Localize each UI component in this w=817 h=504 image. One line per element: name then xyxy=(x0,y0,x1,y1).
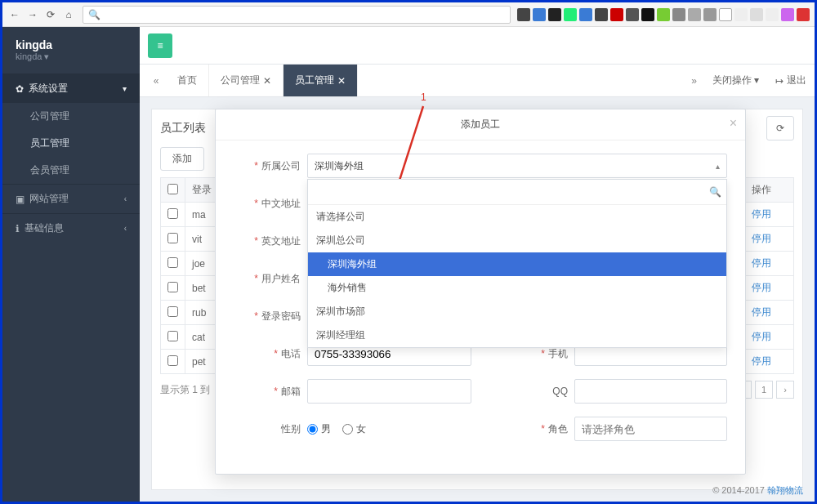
reload-button[interactable]: ⟳ xyxy=(43,7,58,22)
back-button[interactable]: ← xyxy=(7,7,22,22)
sidebar: kingda kingda ▾ ✿ 系统设置 ▾ 公司管理 员工管理 会员管理 … xyxy=(2,27,140,502)
modal-title: 添加员工 xyxy=(461,118,500,130)
logout-icon: ↦ xyxy=(775,75,784,87)
ext-icon[interactable] xyxy=(797,8,810,21)
ext-icon[interactable] xyxy=(517,8,530,21)
sidebar-section-system[interactable]: ✿ 系统设置 ▾ xyxy=(2,74,140,103)
add-employee-modal: 添加员工 × 所属公司 深圳海外组 ▴ 🔍 请选择公司 xyxy=(215,109,746,475)
close-icon[interactable]: × xyxy=(730,116,737,131)
row-checkbox[interactable] xyxy=(167,233,178,243)
disable-link[interactable]: 停用 xyxy=(752,331,771,342)
select-all-checkbox[interactable] xyxy=(167,184,178,194)
ext-icon[interactable] xyxy=(703,8,717,21)
disable-link[interactable]: 停用 xyxy=(752,257,771,269)
dropdown-option[interactable]: 深圳总公司 xyxy=(308,229,726,252)
ext-icon[interactable] xyxy=(781,8,794,21)
ext-icon[interactable] xyxy=(595,8,608,21)
sidebar-section-website[interactable]: ▣ 网站管理 ‹ xyxy=(2,184,140,213)
ext-icon[interactable] xyxy=(688,8,701,21)
sidebar-item-company[interactable]: 公司管理 xyxy=(2,103,140,130)
label-email: 邮箱 xyxy=(281,386,301,397)
modal-header: 添加员工 × xyxy=(216,109,745,140)
role-select[interactable] xyxy=(574,417,727,441)
ext-icon[interactable] xyxy=(548,8,561,21)
dropdown-option[interactable]: 海外销售 xyxy=(308,276,726,300)
row-checkbox[interactable] xyxy=(167,355,178,366)
panel-title: 员工列表 xyxy=(160,121,206,136)
ext-icon[interactable] xyxy=(657,8,670,21)
label-username: 用户姓名 xyxy=(261,273,301,284)
address-bar[interactable]: 🔍 xyxy=(83,6,511,24)
dropdown-search: 🔍 xyxy=(308,180,726,205)
ext-icon[interactable] xyxy=(766,8,779,21)
ext-icon[interactable] xyxy=(626,8,639,21)
ext-icon[interactable] xyxy=(564,8,577,21)
browser-toolbar: ← → ⟳ ⌂ 🔍 xyxy=(2,2,815,27)
footer-link[interactable]: 翰翔物流 xyxy=(767,485,803,495)
row-checkbox[interactable] xyxy=(167,331,178,341)
brand-sub[interactable]: kingda ▾ xyxy=(16,51,127,62)
gear-icon: ✿ xyxy=(16,83,24,95)
label-role: 角色 xyxy=(548,423,568,435)
chevron-left-icon: ‹ xyxy=(124,224,127,233)
info-icon: ℹ xyxy=(16,223,20,234)
menu-toggle[interactable]: ≡ xyxy=(148,33,172,58)
disable-link[interactable]: 停用 xyxy=(752,282,771,293)
dropdown-option[interactable]: 深圳海外组 xyxy=(308,252,726,276)
annotation-label: 1 xyxy=(421,91,426,103)
tabs-next[interactable]: » xyxy=(685,65,704,96)
ext-icon[interactable] xyxy=(610,8,623,21)
row-checkbox[interactable] xyxy=(167,306,178,317)
pager-page[interactable]: 1 xyxy=(755,381,773,399)
chevron-down-icon: ▾ xyxy=(123,84,127,93)
qq-input[interactable] xyxy=(574,379,727,404)
row-checkbox[interactable] xyxy=(167,208,178,219)
ext-icon[interactable] xyxy=(641,8,654,21)
disable-link[interactable]: 停用 xyxy=(752,233,771,244)
disable-link[interactable]: 停用 xyxy=(752,208,771,220)
ext-icon[interactable] xyxy=(672,8,685,21)
close-icon[interactable]: ✕ xyxy=(337,75,346,87)
dropdown-option[interactable]: 深圳经理组 xyxy=(308,323,726,347)
label-company: 所属公司 xyxy=(261,160,301,172)
dropdown-option[interactable]: 请选择公司 xyxy=(308,205,726,229)
site-icon: ▣ xyxy=(16,194,25,205)
home-button[interactable]: ⌂ xyxy=(61,7,76,22)
ext-icon[interactable] xyxy=(533,8,546,21)
company-select[interactable]: 深圳海外组 ▴ 🔍 请选择公司 深圳总公司 深圳海外组 海外销售 深圳市场部 xyxy=(307,154,727,178)
sidebar-item-member[interactable]: 会员管理 xyxy=(2,157,140,184)
ext-icon[interactable] xyxy=(579,8,592,21)
ext-icon[interactable] xyxy=(734,8,748,21)
star-icon[interactable] xyxy=(719,8,732,21)
close-icon[interactable]: ✕ xyxy=(263,75,271,87)
dropdown-search-input[interactable] xyxy=(313,183,709,201)
forward-button[interactable]: → xyxy=(25,7,40,22)
company-selected-value: 深圳海外组 xyxy=(315,159,364,173)
tab-employee[interactable]: 员工管理 ✕ xyxy=(283,65,358,96)
logout-button[interactable]: ↦退出 xyxy=(767,65,815,96)
footer: © 2014-2017 翰翔物流 xyxy=(712,484,803,497)
add-button[interactable]: 添加 xyxy=(160,147,204,171)
refresh-button[interactable]: ⟳ xyxy=(766,116,794,140)
tab-company[interactable]: 公司管理✕ xyxy=(209,65,283,96)
disable-link[interactable]: 停用 xyxy=(752,355,771,367)
label-gender: 性别 xyxy=(281,423,301,435)
email-input[interactable] xyxy=(307,379,471,404)
gender-female-radio[interactable]: 女 xyxy=(342,422,366,436)
sidebar-section-baseinfo[interactable]: ℹ 基础信息 ‹ xyxy=(2,213,140,243)
tabs-prev[interactable]: « xyxy=(146,65,166,96)
disable-link[interactable]: 停用 xyxy=(752,306,771,318)
pager-next[interactable]: › xyxy=(776,381,794,399)
search-icon: 🔍 xyxy=(88,9,100,20)
label-qq: QQ xyxy=(552,386,568,397)
dropdown-option[interactable]: 深圳市场部 xyxy=(308,300,726,323)
gender-male-radio[interactable]: 男 xyxy=(307,422,331,436)
topbar: ≡ xyxy=(140,27,815,65)
tab-home[interactable]: 首页 xyxy=(166,65,209,96)
sidebar-item-employee[interactable]: 员工管理 xyxy=(2,130,140,157)
row-checkbox[interactable] xyxy=(167,257,178,268)
label-cn-address: 中文地址 xyxy=(261,198,301,209)
row-checkbox[interactable] xyxy=(167,282,178,292)
close-ops-dropdown[interactable]: 关闭操作 ▾ xyxy=(704,65,767,96)
ext-icon[interactable] xyxy=(750,8,763,21)
